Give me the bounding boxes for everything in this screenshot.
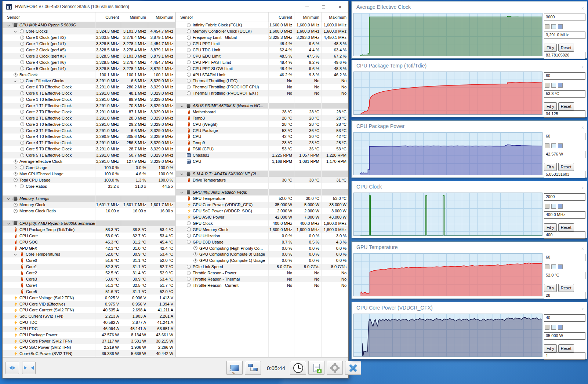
scale-min-input[interactable]: 400	[544, 231, 585, 239]
sensor-row[interactable]: APU GFX42.3 °C31.0 °C42.4 °C	[3, 245, 175, 251]
sensor-row[interactable]: GPU Computing (Compute 1) Usage0.0 %0.0 …	[176, 257, 348, 264]
sensor-group-row[interactable]: S.M.A.R.T.: ADATA SX6000LNP (2L...	[176, 171, 348, 177]
sensor-row[interactable]: TSI0 (CPU)53 °C36 °C53 °C	[176, 146, 348, 152]
sensor-row[interactable]: CPU SoC Power (SVI2 TFN)2.219 W1.906 W2.…	[3, 344, 175, 350]
sensor-row[interactable]: Throttle Reason - CurrentNoNoNo	[176, 282, 348, 288]
line-color-swatch[interactable]	[558, 143, 563, 148]
sensor-row[interactable]: CPU SOC45.3 °C31.2 °C45.4 °C	[3, 239, 175, 245]
sensor-row[interactable]: CPU Core VID (Effective)0.975 V0.956 V1.…	[3, 301, 175, 307]
collapse-arrow-icon[interactable]	[7, 222, 10, 224]
sensor-row[interactable]: Core Usage100.0 %0.0 %100.0 %	[3, 164, 175, 171]
sensor-row[interactable]: Total CPU Usage100.0 %1.3 %100.0 %	[3, 177, 175, 183]
sensor-row[interactable]: CPU PPT Limit48.4 %9.6 %48.8 %	[176, 41, 348, 47]
reset-button[interactable]: Reset	[558, 344, 574, 352]
column-header-sensor[interactable]: Sensor	[176, 12, 268, 22]
sensor-row[interactable]: Core 5 T0 Effective Clock3,291.0 MHz28.7…	[3, 146, 175, 152]
sensor-row[interactable]: Core152.3 °C31.1 °C52.7 °C	[3, 264, 175, 270]
sensor-row[interactable]: CPU Package53 °C36 °C53 °C	[176, 127, 348, 134]
line-color-swatch[interactable]	[558, 204, 563, 209]
sensor-group-row[interactable]: CPU [#0]: AMD Ryzen 5 5600G	[3, 22, 175, 28]
grid-color-swatch[interactable]	[551, 83, 556, 88]
sensor-row[interactable]: GPU Core Power (VDDCR_GFX)35.000 W5.000 …	[176, 202, 348, 208]
line-color-swatch[interactable]	[558, 83, 563, 88]
column-header-minimum[interactable]: Minimum	[121, 12, 148, 22]
sensor-row[interactable]: Core 1 Clock (perf #1)3,328.5 MHz3,278.4…	[3, 41, 175, 47]
scale-max-input[interactable]: 60	[544, 133, 585, 140]
sensor-row[interactable]: Average Effective Clock3,291.0 MHz127.9 …	[3, 158, 175, 165]
collapse-arrow-icon[interactable]	[14, 80, 17, 82]
sensor-row[interactable]: Core 3 Clock (perf #3)3,328.5 MHz3,103.3…	[3, 53, 175, 59]
fit-y-button[interactable]: Fit y	[544, 102, 557, 110]
column-header-minimum[interactable]: Minimum	[294, 12, 321, 22]
minimize-button[interactable]	[299, 1, 315, 12]
sensor-row[interactable]: GPU Temperature52.0 °C30.0 °C53.0 °C	[176, 195, 348, 202]
column-header-sensor[interactable]: Sensor	[3, 12, 95, 22]
remote-sensors-button[interactable]	[245, 361, 261, 375]
sensor-row[interactable]: Throttle Reason - ThermalNoNoNo	[176, 276, 348, 282]
sensor-row[interactable]: GPU SoC Power (VDDCR_SOC)2.000 W2.000 W3…	[176, 208, 348, 214]
sensor-row[interactable]: CPU Core Voltage (SVI2 TFN)0.925 V0.906 …	[3, 295, 175, 301]
sensor-group-row[interactable]: CPU [#0]: AMD Ryzen 5 5600G: Enhanced	[3, 220, 175, 227]
column-header-current[interactable]: Current	[95, 12, 121, 22]
sensor-row[interactable]: Core 0 T1 Effective Clock3,291.0 MHz48.1…	[3, 90, 175, 96]
sensor-row[interactable]: Core252.5 °C31.4 °C52.9 °C	[3, 270, 175, 276]
sensor-row[interactable]: Core 4 Clock (perf #6)3,328.5 MHz3,278.4…	[3, 59, 175, 65]
sensor-row[interactable]: Core451.3 °C32.5 °C51.7 °C	[3, 282, 175, 288]
fit-y-button[interactable]: Fit y	[544, 344, 557, 352]
sensor-row[interactable]: Core Effective Clocks3,291.0 MHz6.6 MHz3…	[3, 78, 175, 84]
sensor-row[interactable]: Bus Clock100.1 MHz100.1 MHz100.1 MHz	[3, 72, 175, 78]
sensor-row[interactable]: GPU Memory Clock1,600.0 MHz1,600.0 MHz1,…	[176, 226, 348, 233]
reset-button[interactable]: Reset	[558, 44, 574, 52]
close-icon[interactable]: x	[582, 182, 584, 194]
scale-max-input[interactable]: 60	[544, 72, 585, 80]
sensor-row[interactable]: CPU Package Temp (Tctl/Tdie)53.3 °C36.8 …	[3, 226, 175, 233]
scale-min-input[interactable]: 34.125	[544, 110, 585, 118]
collapse-arrow-icon[interactable]	[14, 253, 17, 256]
fit-y-button[interactable]: Fit y	[544, 284, 557, 292]
sensor-row[interactable]: CPU TDC Limit62.4 %4.4 %63.4 %	[176, 47, 348, 53]
sensor-row[interactable]: CPU EDC Limit48.5 %47.5 %67.2 %	[176, 53, 348, 59]
sensor-row[interactable]: Core 0 T0 Effective Clock3,291.0 MHz286.…	[3, 84, 175, 90]
sensor-row[interactable]: Memory Clock Ratio16.00 x16.00 x16.00 x	[3, 208, 175, 214]
sensor-row[interactable]: Core 5 Clock (perf #4)3,328.5 MHz3,278.4…	[3, 65, 175, 72]
graph-window[interactable]: CPU Package Power x 60 42.576 W Fit y Re…	[351, 120, 587, 178]
scale-min-input[interactable]: 83.78105920	[544, 52, 585, 59]
scale-min-input[interactable]: 28	[544, 292, 585, 299]
collapse-arrow-icon[interactable]	[7, 197, 10, 200]
sensor-row[interactable]: CPU EDC46.094 A45.141 A63.851 A	[3, 326, 175, 332]
graph-titlebar[interactable]: CPU Package Temp (Tctl/Tdie) x	[352, 60, 587, 72]
sensor-row[interactable]: GPU Computing (Compute 0) Usage0.0 %0.0 …	[176, 251, 348, 257]
sensor-row[interactable]: SoC Current (SVI2 TFN)2.213 A1.903 A2.26…	[3, 313, 175, 319]
sensor-row[interactable]: GPU Clock400.0 MHz400.0 MHz1,900.0 MHz	[176, 220, 348, 227]
sensor-row[interactable]: CPU PPT FAST Limit48.4 %9.2 %49.6 %	[176, 59, 348, 65]
collapse-arrow-icon[interactable]	[181, 104, 183, 107]
sensor-row[interactable]: Core353.0 °C30.9 °C53.4 °C	[3, 276, 175, 282]
sensor-row[interactable]: Drive Temperature30 °C30 °C31 °C	[176, 177, 348, 183]
sensor-row[interactable]: Core Clocks3,324.3 MHz3,103.3 MHz4,454.7…	[3, 28, 175, 34]
graph-titlebar[interactable]: CPU Package Power x	[352, 121, 587, 132]
sensor-row[interactable]: PCIe Link Speed8.0 GT/s8.0 GT/s8.0 GT/s	[176, 264, 348, 270]
graph-titlebar[interactable]: Average Effective Clock x	[352, 1, 587, 13]
background-color-swatch[interactable]	[545, 325, 549, 330]
sensor-row[interactable]: GPU Utilization0.0 %0.0 %3.0 %	[176, 233, 348, 239]
sensor-row[interactable]: APU STAPM Limit46.2 %9.3 %46.2 %	[176, 72, 348, 78]
sensor-row[interactable]: Core Temperatures52.0 °C30.9 °C53.4 °C	[3, 251, 175, 257]
sensor-row[interactable]: Infinity Fabric Clock (FCLK)1,600.0 MHz1…	[176, 22, 348, 28]
sensor-row[interactable]: Core 1 T0 Effective Clock3,291.0 MHz99.9…	[3, 96, 175, 103]
sensor-row[interactable]: Temp328 °C28 °C28 °C	[176, 115, 348, 121]
sensor-row[interactable]: Max CPU/Thread Usage100.0 %4.6 %100.0 %	[3, 171, 175, 177]
close-sensors-button[interactable]	[345, 361, 361, 375]
sensor-row[interactable]: Frequency Limit - Global3,325.3 MHz3,293…	[176, 34, 348, 41]
sensor-row[interactable]: CPU Core Current (SVI2 TFN)40.535 A2.698…	[3, 307, 175, 313]
background-color-swatch[interactable]	[545, 204, 549, 209]
scale-min-input[interactable]: 1	[544, 352, 585, 360]
graph-titlebar[interactable]: GPU Core Power (VDDCR_GFX) x	[352, 302, 587, 314]
column-header-maximum[interactable]: Maximum	[321, 12, 348, 22]
reset-button[interactable]: Reset	[558, 223, 574, 231]
sensor-row[interactable]: CPU1,168 RPM1,081 RPM1,170 RPM	[176, 158, 348, 165]
background-color-swatch[interactable]	[545, 24, 549, 29]
sensor-row[interactable]: GPU ASIC Power42.000 W7.000 W43.000 W	[176, 214, 348, 220]
sensor-group-row[interactable]: GPU [#0]: AMD Radeon Vega:	[176, 189, 348, 195]
sensor-row[interactable]: CPU (Weight)28 °C28 °C28 °C	[176, 121, 348, 127]
expand-columns-button[interactable]	[6, 362, 19, 374]
